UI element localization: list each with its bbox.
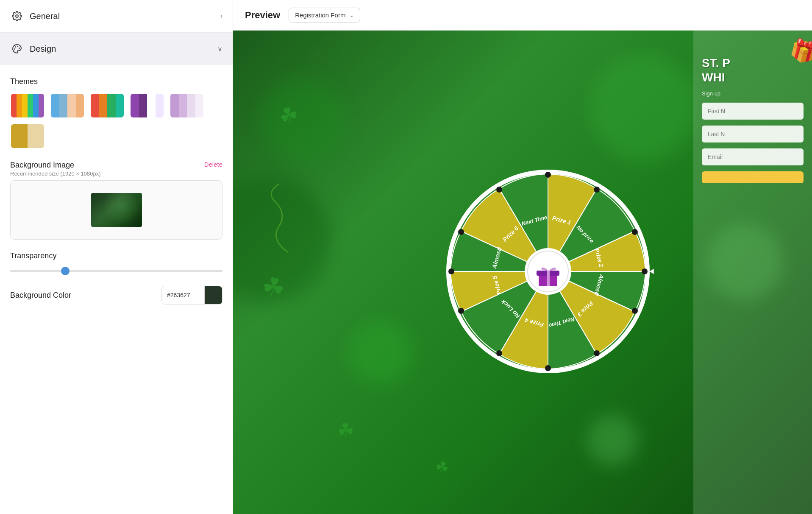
reg-form-panel: 🎁 ST. P WHI Sign up bbox=[693, 31, 812, 514]
svg-point-18 bbox=[496, 187, 502, 193]
first-name-input[interactable] bbox=[702, 103, 804, 120]
bg-image-subtitle: Recommended size (1920 × 1080px) bbox=[10, 170, 101, 177]
preview-dropdown[interactable]: Registration Form ⌄ bbox=[289, 8, 360, 22]
design-label: Design bbox=[30, 44, 217, 54]
theme-swatch-red-green[interactable] bbox=[90, 93, 125, 118]
delete-bg-button[interactable]: Delete bbox=[204, 161, 222, 168]
svg-point-11 bbox=[632, 308, 638, 314]
theme-swatch-purple[interactable] bbox=[130, 93, 164, 118]
design-icon bbox=[10, 42, 24, 56]
preview-title: Preview bbox=[245, 10, 280, 21]
shamrock-4: ☘ bbox=[434, 457, 450, 477]
submit-button[interactable] bbox=[702, 171, 804, 183]
theme-swatch-rainbow[interactable] bbox=[10, 93, 45, 118]
theme-swatch-lavender[interactable] bbox=[170, 93, 204, 118]
svg-point-2 bbox=[19, 48, 19, 48]
svg-point-13 bbox=[545, 365, 551, 371]
bg-image-section: Background Image Recommended size (1920 … bbox=[0, 161, 233, 251]
email-input[interactable] bbox=[702, 148, 804, 165]
preview-header: Preview Registration Form ⌄ bbox=[233, 0, 812, 31]
svg-point-1 bbox=[17, 46, 18, 47]
color-input-wrapper bbox=[161, 286, 222, 304]
preview-dropdown-selected: Registration Form bbox=[295, 11, 345, 19]
general-section-header[interactable]: General › bbox=[0, 0, 233, 33]
svg-point-3 bbox=[15, 47, 16, 47]
spin-wheel: Almost! Prize 3 Next Time Prize 4 No Luc… bbox=[442, 165, 654, 379]
themes-label: Themes bbox=[10, 77, 222, 86]
general-icon bbox=[10, 9, 24, 23]
theme-swatch-blue-peach[interactable] bbox=[50, 93, 85, 118]
design-content: Themes bbox=[0, 65, 233, 161]
svg-point-0 bbox=[16, 15, 18, 17]
theme-swatch-gold[interactable] bbox=[10, 123, 45, 149]
last-name-input[interactable] bbox=[702, 126, 804, 142]
general-label: General bbox=[30, 11, 220, 21]
themes-row bbox=[10, 93, 222, 149]
color-swatch-box[interactable] bbox=[204, 286, 222, 304]
svg-point-14 bbox=[496, 350, 502, 356]
right-panel: Preview Registration Form ⌄ ☘ ☘ ☘ ☘ bbox=[233, 0, 812, 514]
reg-form-title-line2: WHI bbox=[702, 70, 804, 85]
design-chevron: ∨ bbox=[217, 45, 222, 53]
svg-point-12 bbox=[594, 350, 600, 356]
svg-point-17 bbox=[458, 229, 464, 235]
transparency-slider[interactable] bbox=[10, 270, 222, 272]
shamrock-3: ☘ bbox=[336, 418, 355, 442]
bg-color-section: Background Color bbox=[0, 286, 233, 316]
reg-form-subtitle: Sign up bbox=[702, 90, 804, 97]
svg-point-4 bbox=[14, 49, 15, 49]
svg-point-15 bbox=[458, 308, 464, 314]
preview-canvas: ☘ ☘ ☘ ☘ bbox=[233, 31, 812, 514]
transparency-label: Transparency bbox=[10, 251, 222, 260]
bg-image-title: Background Image bbox=[10, 161, 101, 170]
design-section-header[interactable]: Design ∨ bbox=[0, 33, 233, 65]
left-panel: General › Design ∨ Themes bbox=[0, 0, 233, 514]
bg-image-thumbnail bbox=[91, 193, 142, 227]
svg-point-10 bbox=[642, 268, 648, 274]
dropdown-chevron-icon: ⌄ bbox=[350, 12, 354, 18]
bg-image-preview bbox=[10, 180, 222, 240]
svg-point-16 bbox=[448, 268, 454, 274]
svg-point-7 bbox=[545, 172, 551, 178]
bg-color-label: Background Color bbox=[10, 291, 161, 300]
color-hex-input[interactable] bbox=[162, 288, 204, 303]
svg-point-8 bbox=[594, 187, 600, 193]
transparency-section: Transparency bbox=[0, 251, 233, 286]
svg-rect-35 bbox=[547, 271, 550, 286]
general-chevron: › bbox=[220, 12, 222, 20]
svg-point-9 bbox=[632, 229, 638, 235]
